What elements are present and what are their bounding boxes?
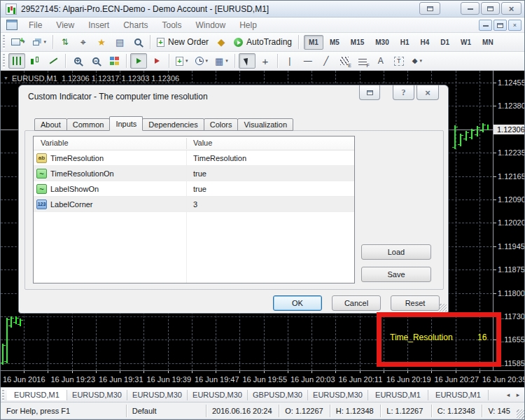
toolbar-grip[interactable] bbox=[3, 35, 5, 49]
chart-shift-button[interactable] bbox=[148, 53, 165, 69]
dialog-help-button[interactable]: ? bbox=[393, 85, 414, 100]
dropdown-arrow-icon[interactable]: ▾ bbox=[419, 58, 422, 64]
candlestick-chart-button[interactable] bbox=[27, 53, 43, 69]
table-row[interactable]: abTimeResolutionTimeResolution bbox=[34, 150, 354, 166]
tab-about[interactable]: About bbox=[34, 118, 67, 131]
menu-charts[interactable]: Charts bbox=[116, 18, 155, 32]
timeframe-d1-button[interactable]: D1 bbox=[435, 35, 454, 50]
mdi-restore-button[interactable] bbox=[493, 20, 507, 31]
table-row[interactable]: ~TimeResolutionOntrue bbox=[34, 166, 354, 181]
dropdown-arrow-icon[interactable]: ▾ bbox=[225, 58, 228, 64]
timeframe-m30-button[interactable]: M30 bbox=[370, 35, 393, 50]
profiles-button[interactable]: ▾ bbox=[29, 34, 50, 50]
new-order-button[interactable]: +New Order bbox=[154, 34, 211, 50]
templates-button[interactable]: ▦▾ bbox=[212, 53, 231, 69]
indicators-button[interactable]: +▾ bbox=[173, 53, 191, 69]
minimize-button[interactable] bbox=[461, 2, 479, 15]
timeframe-mn-button[interactable]: MN bbox=[477, 35, 498, 50]
terminal-button[interactable]: ▤ bbox=[111, 34, 128, 50]
time-axis[interactable]: 16 Jun 201616 Jun 19:2316 Jun 19:3116 Ju… bbox=[1, 370, 525, 387]
variable-value[interactable]: 3 bbox=[193, 200, 197, 209]
column-header-variable[interactable]: Variable bbox=[41, 139, 69, 147]
save-button[interactable]: Save bbox=[361, 267, 431, 282]
variable-value[interactable]: TimeResolution bbox=[193, 154, 246, 162]
load-button[interactable]: Load bbox=[361, 244, 431, 260]
zoom-out-button[interactable]: − bbox=[88, 53, 104, 69]
arrows-button[interactable]: ◆▾ bbox=[409, 53, 426, 69]
ok-button[interactable]: OK bbox=[273, 295, 322, 311]
chart-tab-eurusd-m1[interactable]: EURUSD,M1 bbox=[7, 390, 67, 400]
column-separator[interactable] bbox=[186, 138, 187, 149]
chart-tab-eurusd-m1[interactable]: EURUSD,M1 bbox=[368, 390, 428, 400]
column-header-value[interactable]: Value bbox=[193, 139, 212, 147]
periods-button[interactable]: ▾ bbox=[192, 53, 211, 69]
vertical-line-button[interactable]: | bbox=[281, 53, 298, 69]
tab-dependencies[interactable]: Dependencies bbox=[142, 118, 204, 131]
mdi-minimize-button[interactable] bbox=[479, 20, 492, 31]
chart-tab-eurusd-m1[interactable]: EURUSD,M1 bbox=[428, 390, 489, 400]
tab-colors[interactable]: Colors bbox=[204, 118, 239, 131]
text-button[interactable]: A bbox=[372, 53, 389, 69]
dropdown-arrow-icon[interactable]: ▾ bbox=[186, 58, 188, 64]
variable-value[interactable]: true bbox=[193, 169, 206, 178]
fibonacci-button[interactable]: F bbox=[354, 53, 371, 69]
status-profile[interactable]: Default bbox=[126, 405, 206, 417]
tab-common[interactable]: Common bbox=[66, 118, 111, 131]
menu-insert[interactable]: Insert bbox=[81, 18, 116, 32]
chart-restore-button[interactable] bbox=[419, 2, 440, 15]
crosshair-button[interactable]: + bbox=[257, 53, 274, 69]
line-chart-button[interactable] bbox=[45, 53, 62, 69]
menu-window[interactable]: Window bbox=[189, 18, 233, 32]
timeframe-w1-button[interactable]: W1 bbox=[456, 35, 476, 50]
dialog-resize-grip[interactable] bbox=[439, 304, 447, 312]
resize-grip[interactable] bbox=[517, 410, 525, 419]
table-row[interactable]: 123LabelCorner3 bbox=[34, 197, 354, 212]
dropdown-arrow-icon[interactable]: ▾ bbox=[206, 58, 209, 64]
timeframe-h1-button[interactable]: H1 bbox=[396, 35, 414, 50]
mdi-close-button[interactable]: × bbox=[508, 20, 522, 31]
trendline-button[interactable]: ╱ bbox=[318, 53, 335, 69]
dialog-close-button[interactable]: × bbox=[416, 85, 439, 100]
auto-scroll-button[interactable] bbox=[130, 53, 147, 69]
tab-inputs[interactable]: Inputs bbox=[109, 116, 143, 131]
menu-view[interactable]: View bbox=[49, 18, 81, 32]
dropdown-arrow-icon[interactable]: ▾ bbox=[44, 39, 47, 45]
cancel-button[interactable]: Cancel bbox=[332, 295, 381, 311]
variable-value[interactable]: true bbox=[193, 185, 206, 193]
menu-tools[interactable]: Tools bbox=[155, 18, 189, 32]
timeframe-m1-button[interactable]: M1 bbox=[304, 35, 323, 50]
tab-visualization[interactable]: Visualization bbox=[237, 118, 293, 131]
strategy-tester-button[interactable] bbox=[130, 34, 146, 50]
market-watch-button[interactable]: ⇅ bbox=[57, 34, 74, 50]
chart-tab-eurusd-m30[interactable]: EURUSD,M30 bbox=[127, 390, 188, 400]
chart-tab-eurusd-m30[interactable]: EURUSD,M30 bbox=[188, 390, 248, 400]
navigator-button[interactable]: ★ bbox=[93, 34, 110, 50]
chart-tab-eurusd-m30[interactable]: EURUSD,M30 bbox=[308, 390, 368, 400]
timeframe-m5-button[interactable]: M5 bbox=[325, 35, 344, 50]
bar-chart-button[interactable] bbox=[8, 53, 25, 69]
tile-windows-button[interactable] bbox=[106, 53, 122, 69]
horizontal-line-button[interactable]: — bbox=[300, 53, 316, 69]
text-label-button[interactable]: T bbox=[391, 53, 407, 69]
chart-tab-eurusd-m30[interactable]: EURUSD,M30 bbox=[67, 390, 127, 400]
menu-help[interactable]: Help bbox=[232, 18, 264, 32]
zoom-in-button[interactable]: + bbox=[69, 53, 86, 69]
menu-file[interactable]: File bbox=[22, 18, 49, 32]
chart-tab-gbpusd-m30[interactable]: GBPUSD,M30 bbox=[248, 390, 308, 400]
new-chart-button[interactable]: +▾ bbox=[8, 34, 28, 50]
timeframe-m15-button[interactable]: M15 bbox=[346, 35, 369, 50]
maximize-button[interactable] bbox=[481, 2, 500, 15]
tabs-scroll-right[interactable]: ▸ bbox=[513, 391, 523, 398]
equidistant-channel-button[interactable]: E bbox=[336, 53, 353, 69]
expert-advisors-button[interactable]: ◆ bbox=[213, 34, 230, 50]
data-window-button[interactable]: ⌖ bbox=[75, 34, 92, 50]
chart-menu-caret-icon[interactable]: ▼ bbox=[4, 76, 8, 80]
table-row[interactable]: ~LabelShowOntrue bbox=[34, 181, 354, 197]
reset-button[interactable]: Reset bbox=[391, 295, 440, 311]
timeframe-h4-button[interactable]: H4 bbox=[416, 35, 435, 50]
dialog-float-button[interactable] bbox=[359, 85, 380, 100]
autotrading-button[interactable]: AutoTrading bbox=[231, 34, 295, 50]
tabs-scroll-left[interactable]: ◂ bbox=[503, 391, 513, 398]
cursor-button[interactable] bbox=[239, 53, 255, 69]
toolbar-grip[interactable] bbox=[3, 54, 5, 68]
